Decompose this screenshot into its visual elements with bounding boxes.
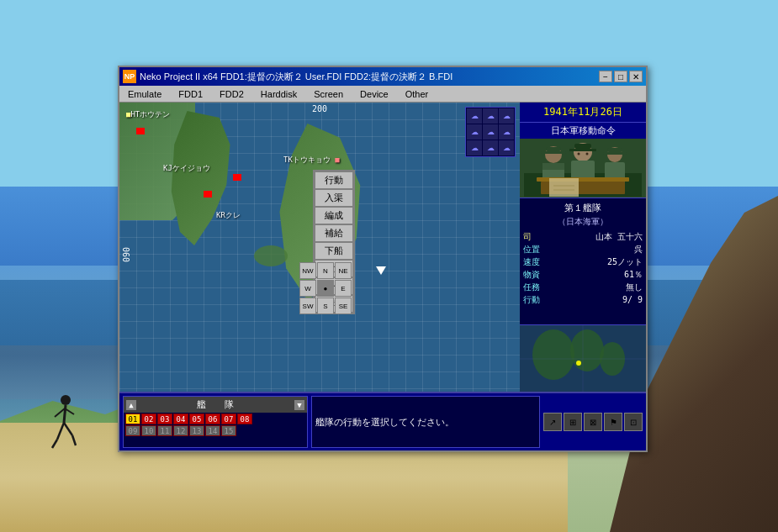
action-label: 行動 xyxy=(523,293,540,306)
map-coord-top: 200 xyxy=(312,104,327,113)
fleet-num-04[interactable]: 04 xyxy=(173,413,188,424)
svg-rect-13 xyxy=(546,147,561,151)
dir-nw[interactable]: NW xyxy=(299,262,316,279)
svg-point-36 xyxy=(576,361,581,366)
corner-icon-flag[interactable]: ⚑ xyxy=(604,413,622,431)
fleet-num-11[interactable]: 11 xyxy=(157,425,172,436)
fleet-num-07[interactable]: 07 xyxy=(221,413,236,424)
dir-center: ● xyxy=(317,280,334,297)
fleet-num-01[interactable]: 01 xyxy=(125,413,140,424)
map-label-kr: KRクレ xyxy=(216,210,241,221)
fleet-num-08[interactable]: 08 xyxy=(237,413,252,424)
portrait-area xyxy=(520,139,646,198)
weather-icon-8: ☁ xyxy=(483,140,498,155)
fleet-num-02[interactable]: 02 xyxy=(141,413,156,424)
unit-subtitle: （日本海軍） xyxy=(558,217,608,226)
weather-panel: ☁ ☁ ☁ ☁ ☁ ☁ ☁ ☁ ☁ xyxy=(465,107,516,157)
dir-s[interactable]: S xyxy=(317,298,334,314)
weather-icon-6: ☁ xyxy=(499,124,514,140)
main-window: NP Neko Project II x64 FDD1:提督の決断２ User.… xyxy=(118,66,648,452)
map-area[interactable]: 200 060 ■HTホウテン KJケイジョウ KRクレ TKトウキョウ ■ xyxy=(119,103,520,392)
dir-n[interactable]: N xyxy=(317,262,334,279)
menu-emulate[interactable]: Emulate xyxy=(123,87,167,101)
mini-map xyxy=(520,324,646,392)
svg-line-7 xyxy=(72,435,76,445)
weather-icon-5: ☁ xyxy=(483,124,498,140)
map-label-kj: KJケイジョウ xyxy=(163,163,210,174)
menu-device[interactable]: Device xyxy=(355,87,394,101)
action-btn-hokyu[interactable]: 補給 xyxy=(315,224,353,242)
stats-panel: 第１艦隊 （日本海軍） 司 山本 五十六 位置 呉 速度 25ノット xyxy=(520,198,646,324)
action-btn-nyukyo[interactable]: 入渠 xyxy=(315,189,353,207)
position-value: 呉 xyxy=(634,243,643,255)
fleet-title-bar: ▲ 艦 隊 ▼ xyxy=(124,397,307,413)
action-btn-hensei[interactable]: 編成 xyxy=(315,207,353,224)
weather-icon-3: ☁ xyxy=(499,108,514,124)
menu-other[interactable]: Other xyxy=(400,87,434,101)
svg-rect-27 xyxy=(549,178,579,197)
svg-line-5 xyxy=(52,440,57,448)
dir-sw[interactable]: SW xyxy=(299,298,316,314)
map-label-tk: TKトウキョウ ■ xyxy=(283,155,340,166)
mission-label: 任務 xyxy=(523,281,540,293)
fleet-panel: ▲ 艦 隊 ▼ 01 02 03 04 05 06 07 08 09 10 xyxy=(123,396,308,448)
fleet-num-10[interactable]: 10 xyxy=(141,425,156,436)
dir-w[interactable]: W xyxy=(299,280,316,297)
game-area: 200 060 ■HTホウテン KJケイジョウ KRクレ TKトウキョウ ■ xyxy=(119,103,646,392)
fleet-name: 艦 隊 xyxy=(139,398,292,411)
fleet-num-13[interactable]: 13 xyxy=(189,425,204,436)
svg-point-20 xyxy=(586,153,589,155)
fleet-nav-down[interactable]: ▼ xyxy=(294,399,305,411)
svg-rect-24 xyxy=(603,152,627,155)
action-btn-gekan[interactable]: 下船 xyxy=(315,242,353,260)
commander-label: 司 xyxy=(523,230,532,243)
menu-harddisk[interactable]: Harddisk xyxy=(256,87,302,101)
dir-ne[interactable]: NE xyxy=(335,262,352,279)
flag-marker-2 xyxy=(204,191,212,198)
action-btn-kodo[interactable]: 行動 xyxy=(315,171,353,189)
flag-marker-3 xyxy=(233,174,241,181)
svg-line-6 xyxy=(64,423,72,435)
svg-point-19 xyxy=(578,153,580,155)
maximize-button[interactable]: □ xyxy=(614,71,627,82)
supplies-value: 61％ xyxy=(624,268,643,281)
dir-se[interactable]: SE xyxy=(335,298,352,314)
menu-fdd1[interactable]: FDD1 xyxy=(173,87,208,101)
flag-marker-1 xyxy=(136,128,145,134)
status-bar: 艦隊の行動を選択してください。 xyxy=(311,396,540,448)
map-label-ht: ■HTホウテン xyxy=(126,109,170,120)
menu-fdd2[interactable]: FDD2 xyxy=(214,87,249,101)
corner-icons: ↗ ⊞ ⊠ ⚑ ⊡ xyxy=(543,413,643,431)
commander-name: 山本 五十六 xyxy=(595,230,643,243)
weather-icon-7: ☁ xyxy=(467,140,482,155)
fleet-num-05[interactable]: 05 xyxy=(189,413,204,424)
status-text: 艦隊の行動を選択してください。 xyxy=(315,416,454,429)
portrait-svg xyxy=(524,140,642,197)
corner-icon-map[interactable]: ⊠ xyxy=(584,413,602,431)
corner-icon-camera[interactable]: ⊡ xyxy=(624,413,643,431)
weather-icon-4: ☁ xyxy=(467,124,482,140)
position-label: 位置 xyxy=(523,243,540,255)
corner-icon-grid[interactable]: ⊞ xyxy=(564,413,582,431)
dir-e[interactable]: E xyxy=(335,280,352,297)
corner-icon-arrow[interactable]: ↗ xyxy=(543,413,562,431)
svg-line-4 xyxy=(57,423,64,440)
fleet-num-03[interactable]: 03 xyxy=(157,413,172,424)
close-button[interactable]: ✕ xyxy=(629,71,643,82)
svg-rect-14 xyxy=(541,151,566,154)
mouse-cursor xyxy=(376,266,386,275)
fleet-num-14[interactable]: 14 xyxy=(205,425,220,436)
menu-bar: Emulate FDD1 FDD2 Harddisk Screen Device… xyxy=(119,86,646,103)
minimize-button[interactable]: − xyxy=(599,71,612,82)
date-display: 1941年11月26日 xyxy=(520,103,646,123)
fleet-num-09[interactable]: 09 xyxy=(125,425,140,436)
bottom-panel: ▲ 艦 隊 ▼ 01 02 03 04 05 06 07 08 09 10 xyxy=(119,392,646,450)
app-icon: NP xyxy=(123,70,136,83)
fleet-nav-up[interactable]: ▲ xyxy=(125,399,137,411)
mission-value: 無し xyxy=(626,281,643,293)
supplies-label: 物資 xyxy=(523,268,540,281)
fleet-num-06[interactable]: 06 xyxy=(205,413,220,424)
menu-screen[interactable]: Screen xyxy=(309,87,348,101)
fleet-num-15[interactable]: 15 xyxy=(221,425,236,436)
fleet-num-12[interactable]: 12 xyxy=(173,425,188,436)
